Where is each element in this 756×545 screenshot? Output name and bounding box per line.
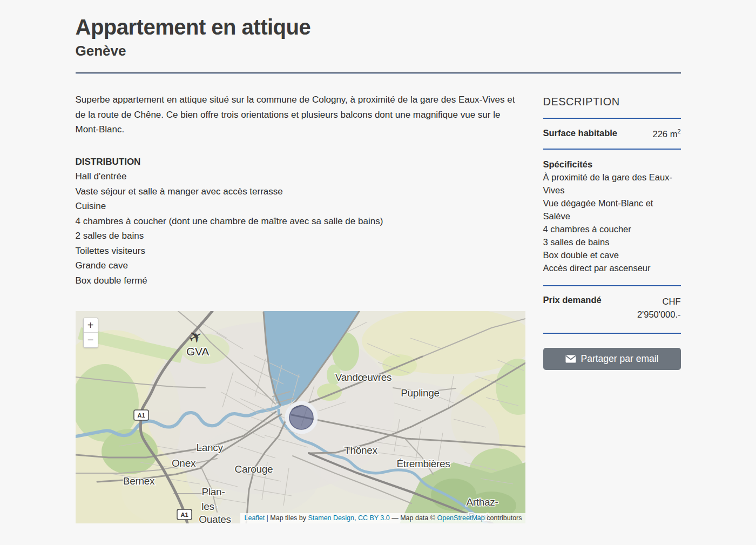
page-title: Appartement en attique: [76, 15, 681, 39]
surface-value: 226 m2: [653, 128, 681, 139]
distribution-item: Box double fermé: [76, 273, 525, 288]
sidebar-divider: [543, 149, 681, 150]
spec-item: Vue dégagée Mont-Blanc et Salève: [543, 197, 681, 223]
svg-text:A1: A1: [180, 512, 188, 518]
header: Appartement en attique Genève: [76, 15, 681, 59]
intro-paragraph: Superbe appartement en attique situé sur…: [76, 92, 525, 137]
map-label-plan-les-ouates: Plan-: [201, 486, 225, 497]
osm-link[interactable]: OpenStreetMap: [437, 514, 484, 522]
map-label-thonex: Thônex: [344, 445, 377, 456]
surface-row: Surface habitable 226 m2: [543, 128, 681, 139]
header-divider: [76, 72, 681, 73]
map-label-plan-les-ouates: les-: [201, 501, 217, 512]
distribution-heading: DISTRIBUTION: [76, 154, 525, 170]
map-label-bernex: Bernex: [123, 475, 154, 487]
specs-section: Spécificités À proximité de la gare des …: [543, 158, 681, 274]
email-icon: [565, 355, 576, 363]
map-zoom-out-button[interactable]: −: [84, 333, 98, 347]
distribution-item: 2 salles de bains: [76, 228, 525, 244]
map-label-arthaz: Arthaz-: [466, 496, 498, 508]
sidebar-divider: [543, 333, 681, 334]
spec-item: Accès direct par ascenseur: [543, 261, 681, 274]
attribution-text: contributors: [485, 514, 522, 522]
main-column: Superbe appartement en attique situé sur…: [76, 92, 525, 523]
distribution-item: Hall d'entrée: [76, 169, 525, 184]
location-map[interactable]: ✈ A1 A1: [76, 311, 525, 523]
map-label-carouge: Carouge: [234, 463, 273, 475]
distribution-item: Vaste séjour et salle à manger avec accè…: [76, 184, 525, 199]
map-label-gva: GVA: [186, 345, 209, 358]
leaflet-link[interactable]: Leaflet: [245, 514, 265, 522]
stamen-link[interactable]: Stamen Design: [308, 514, 354, 522]
price-label: Prix demandé: [543, 295, 602, 305]
surface-label: Surface habitable: [543, 128, 618, 138]
specs-heading: Spécificités: [543, 158, 681, 171]
sidebar-heading: DESCRIPTION: [543, 96, 681, 108]
a1-road-shield: A1: [177, 509, 192, 520]
price-value: CHF 2'950'000.-: [627, 295, 681, 321]
map-label-puplinge: Puplinge: [401, 387, 440, 399]
spec-item: À proximité de la gare des Eaux-Vives: [543, 171, 681, 197]
share-email-label: Partager par email: [581, 353, 659, 365]
distribution-item: 4 chambres à coucher (dont une chambre d…: [76, 214, 525, 229]
sidebar-divider: [543, 285, 681, 286]
map-label-vandoeuvres: Vandœuvres: [335, 372, 391, 383]
map-marker: [287, 403, 316, 432]
attribution-text: — Map data ©: [390, 514, 437, 522]
a1-road-shield: A1: [134, 410, 148, 420]
spec-item: Box double et cave: [543, 248, 681, 261]
price-row: Prix demandé CHF 2'950'000.-: [543, 295, 681, 321]
distribution-section: DISTRIBUTION Hall d'entrée Vaste séjour …: [76, 154, 525, 288]
share-email-button[interactable]: Partager par email: [543, 348, 681, 370]
content-columns: Superbe appartement en attique situé sur…: [76, 92, 681, 523]
distribution-item: Toilettes visiteurs: [76, 244, 525, 259]
distribution-item: Grande cave: [76, 258, 525, 273]
map-label-etrembieres: Étrembières: [396, 458, 450, 469]
sidebar-divider: [543, 118, 681, 119]
page-subtitle: Genève: [76, 43, 681, 59]
map-zoom-control: + −: [83, 318, 98, 348]
map-label-plan-les-ouates: Ouates: [199, 514, 231, 523]
description-sidebar: DESCRIPTION Surface habitable 226 m2 Spé…: [543, 92, 681, 370]
ccby-link[interactable]: CC BY 3.0: [358, 514, 390, 522]
distribution-item: Cuisine: [76, 199, 525, 214]
attribution-text: ,: [354, 514, 358, 522]
map-attribution: Leaflet | Map tiles by Stamen Design, CC…: [240, 513, 525, 523]
spec-item: 3 salles de bains: [543, 236, 681, 248]
spec-item: 4 chambres à coucher: [543, 223, 681, 236]
map-label-lancy: Lancy: [196, 442, 223, 453]
map-canvas: ✈ A1 A1: [76, 311, 525, 523]
svg-text:A1: A1: [137, 412, 145, 419]
attribution-text: | Map tiles by: [265, 514, 308, 522]
map-zoom-in-button[interactable]: +: [84, 318, 98, 333]
map-label-onex: Onex: [171, 457, 195, 469]
page: Appartement en attique Genève Superbe ap…: [76, 0, 681, 523]
